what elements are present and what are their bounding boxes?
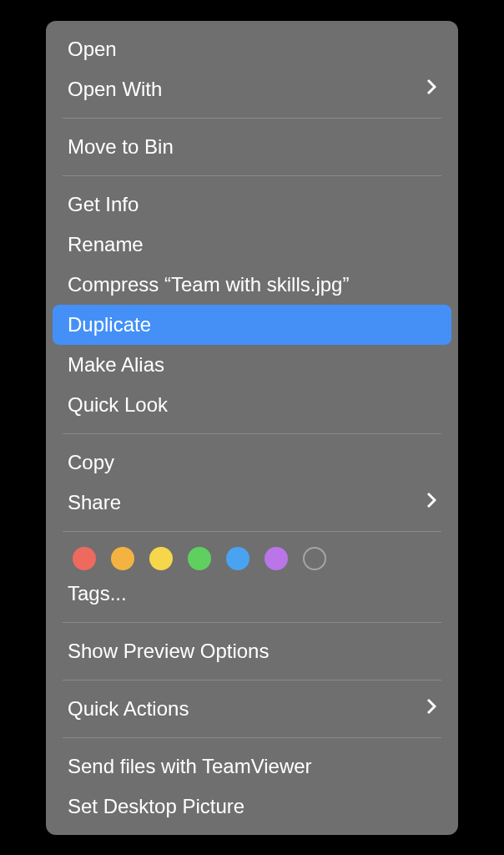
divider xyxy=(63,531,441,532)
chevron-right-icon xyxy=(426,488,436,516)
divider xyxy=(63,737,441,738)
menu-item-label: Make Alias xyxy=(68,350,164,380)
divider xyxy=(63,622,441,623)
divider xyxy=(63,680,441,680)
menu-item-duplicate[interactable]: Duplicate xyxy=(53,305,451,345)
menu-item-tags[interactable]: Tags... xyxy=(46,574,458,614)
menu-item-label: Get Info xyxy=(68,190,139,220)
menu-item-label: Share xyxy=(68,488,121,518)
menu-item-copy[interactable]: Copy xyxy=(46,443,458,483)
menu-item-quick-look[interactable]: Quick Look xyxy=(46,385,458,425)
menu-item-rename[interactable]: Rename xyxy=(46,225,458,265)
menu-item-label: Quick Actions xyxy=(68,694,189,724)
menu-item-label: Open xyxy=(68,34,117,64)
menu-item-open-with[interactable]: Open With xyxy=(46,69,458,109)
tag-orange[interactable] xyxy=(111,547,134,570)
menu-item-label: Send files with TeamViewer xyxy=(68,751,312,782)
menu-item-label: Open With xyxy=(68,74,162,104)
menu-item-label: Tags... xyxy=(68,579,127,609)
menu-item-label: Duplicate xyxy=(68,310,151,340)
tag-red[interactable] xyxy=(73,547,96,570)
tags-color-row xyxy=(46,540,458,574)
menu-item-share[interactable]: Share xyxy=(46,483,458,523)
tag-purple[interactable] xyxy=(265,547,288,570)
menu-item-set-desktop-picture[interactable]: Set Desktop Picture xyxy=(46,787,458,827)
menu-item-compress[interactable]: Compress “Team with skills.jpg” xyxy=(46,265,458,305)
menu-item-show-preview-options[interactable]: Show Preview Options xyxy=(46,631,458,671)
tag-add-custom[interactable] xyxy=(303,547,326,570)
menu-item-label: Copy xyxy=(68,448,114,478)
tag-blue[interactable] xyxy=(226,547,249,570)
context-menu: Open Open With Move to Bin Get Info Rena… xyxy=(46,21,458,835)
menu-item-make-alias[interactable]: Make Alias xyxy=(46,345,458,385)
chevron-right-icon xyxy=(426,75,436,103)
chevron-right-icon xyxy=(426,695,436,722)
divider xyxy=(63,175,441,176)
divider xyxy=(63,118,441,119)
menu-item-label: Compress “Team with skills.jpg” xyxy=(68,270,349,300)
menu-item-label: Move to Bin xyxy=(68,132,174,162)
menu-item-label: Quick Look xyxy=(68,390,168,420)
menu-item-label: Rename xyxy=(68,230,144,260)
menu-item-send-files-teamviewer[interactable]: Send files with TeamViewer xyxy=(46,746,458,787)
tag-yellow[interactable] xyxy=(149,547,173,570)
menu-item-label: Show Preview Options xyxy=(68,636,269,666)
divider xyxy=(63,433,441,434)
tag-green[interactable] xyxy=(188,547,211,570)
menu-item-open[interactable]: Open xyxy=(46,29,458,69)
menu-item-quick-actions[interactable]: Quick Actions xyxy=(46,689,458,729)
menu-item-label: Set Desktop Picture xyxy=(68,792,244,822)
menu-item-get-info[interactable]: Get Info xyxy=(46,185,458,225)
menu-item-move-to-bin[interactable]: Move to Bin xyxy=(46,127,458,167)
